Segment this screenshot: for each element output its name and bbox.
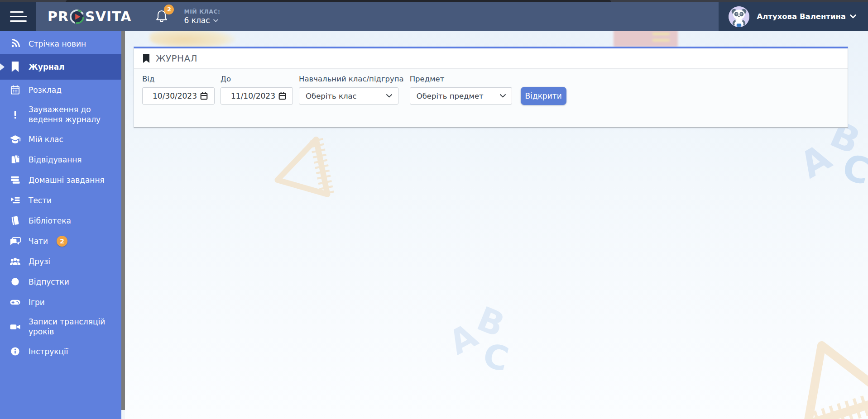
sidebar-item-tests[interactable]: Тести: [0, 190, 121, 210]
sidebar-item-label: Мій клас: [29, 134, 63, 144]
sidebar-item-attendance[interactable]: Відвідування: [0, 149, 121, 170]
calendar-picker-icon[interactable]: [278, 92, 286, 100]
sidebar-scrollbar[interactable]: [121, 31, 125, 419]
circle-icon: [10, 276, 21, 287]
sidebar-item-label: Відвідування: [29, 155, 82, 165]
chevron-down-icon: [386, 94, 392, 98]
user-menu[interactable]: Алтухова Валентина: [719, 2, 868, 31]
friends-icon: [10, 256, 21, 267]
brand-text-prefix: PR: [48, 9, 69, 24]
attendance-icon: [10, 154, 21, 165]
calendar-icon: [10, 84, 21, 95]
decoration-orange-blob: [150, 31, 236, 47]
sidebar-item-instructions[interactable]: Інструкції: [0, 341, 121, 362]
chevron-down-icon: [213, 19, 218, 22]
sidebar-item-label: Інструкції: [29, 347, 68, 357]
sidebar-item-chats[interactable]: Чати 2: [0, 231, 121, 251]
sidebar-item-label: Тести: [29, 195, 52, 205]
sidebar-item-label: Відпустки: [29, 277, 69, 287]
class-selector-label: МІЙ КЛАС:: [184, 8, 220, 15]
date-to-value: 11/10/2023: [231, 91, 275, 100]
chevron-down-icon: [500, 94, 506, 98]
decoration-set-square: [266, 124, 350, 209]
chats-icon: [10, 235, 21, 247]
brand-logo[interactable]: PR SVITA: [48, 9, 131, 24]
date-to-label: До: [221, 75, 293, 83]
sidebar-item-vacations[interactable]: Відпустки: [0, 271, 121, 292]
subject-select-value: Оберіть предмет: [417, 92, 484, 100]
sidebar-item-library[interactable]: Бібліотека: [0, 210, 121, 231]
homework-icon: [10, 174, 21, 186]
top-bar: PR SVITA 2 МІЙ КЛАС: 6 клас: [0, 2, 868, 31]
library-book-icon: [10, 215, 21, 226]
date-to-input[interactable]: 11/10/2023: [221, 87, 293, 105]
sidebar-item-label: Записи трансляцій уроків: [29, 317, 114, 337]
sidebar-item-journal[interactable]: Журнал: [0, 54, 121, 80]
sidebar-item-label: Журнал: [29, 62, 65, 72]
brand-play-icon: [69, 9, 85, 24]
class-field: Навчальний клас/підгрупа Оберіть клас: [299, 75, 404, 105]
open-button[interactable]: Відкрити: [521, 87, 566, 105]
tests-icon: [10, 195, 21, 206]
sidebar-item-games[interactable]: Ігри: [0, 292, 121, 312]
subject-field: Предмет Оберіть предмет: [410, 75, 512, 105]
sidebar-item-label: Домашні завдання: [29, 175, 105, 185]
subject-select[interactable]: Оберіть предмет: [410, 87, 512, 105]
calendar-picker-icon[interactable]: [200, 92, 208, 100]
date-from-field: Від 10/30/2023: [142, 75, 215, 105]
sidebar-item-label: Друзі: [29, 257, 50, 267]
date-from-input[interactable]: 10/30/2023: [142, 87, 215, 105]
decoration-abc-watermark: A B C: [804, 117, 868, 194]
sidebar-item-label: Чати: [29, 236, 48, 246]
avatar: [729, 6, 749, 27]
brand-text-suffix: SVITA: [85, 9, 131, 24]
sidebar-item-news-feed[interactable]: Стрічка новин: [0, 33, 121, 54]
sidebar-item-my-class[interactable]: Мій клас: [0, 129, 121, 149]
panda-avatar-icon: [729, 6, 749, 27]
journal-panel: ЖУРНАЛ Від 10/30/2023 До 11/10/2023: [134, 47, 848, 128]
date-from-value: 10/30/2023: [153, 91, 197, 100]
sidebar-item-label: Розклад: [29, 85, 62, 95]
rss-icon: [10, 38, 21, 49]
sidebar-item-label: Стрічка новин: [29, 39, 86, 49]
class-select-value: Оберіть клас: [306, 92, 357, 100]
notification-badge: 2: [164, 5, 174, 14]
panel-title: ЖУРНАЛ: [156, 53, 197, 64]
sidebar-item-homework[interactable]: Домашні завдання: [0, 170, 121, 190]
info-icon: [10, 346, 21, 357]
notifications-button[interactable]: 2: [155, 9, 168, 25]
date-from-label: Від: [142, 75, 215, 83]
class-label: Навчальний клас/підгрупа: [299, 75, 404, 83]
hamburger-menu-button[interactable]: [0, 2, 36, 31]
bookmark-icon: [10, 61, 21, 72]
bookmark-icon: [143, 54, 150, 63]
exclamation-icon: [10, 109, 21, 120]
subject-label: Предмет: [410, 75, 512, 83]
sidebar-item-label: Ігри: [29, 297, 45, 307]
sidebar-item-label: Бібліотека: [29, 216, 71, 226]
date-to-field: До 11/10/2023: [221, 75, 293, 105]
graduation-cap-icon: [10, 133, 21, 145]
sidebar-nav: Стрічка новин Журнал Розклад Зауваження …: [0, 31, 121, 419]
decoration-set-square: [787, 330, 868, 419]
sidebar-scrollbar-thumb[interactable]: [121, 31, 125, 410]
class-selector-value: 6 клас: [184, 16, 210, 25]
decoration-red-book: [614, 31, 678, 47]
gamepad-icon: [10, 296, 21, 308]
hamburger-icon: [10, 11, 27, 22]
class-select[interactable]: Оберіть клас: [299, 87, 398, 105]
sidebar-item-journal-remarks[interactable]: Зауваження до ведення журналу: [0, 100, 121, 129]
chevron-down-icon: [850, 14, 856, 19]
class-selector[interactable]: МІЙ КЛАС: 6 клас: [184, 8, 220, 25]
chats-badge: 2: [57, 236, 67, 247]
sidebar-item-friends[interactable]: Друзі: [0, 251, 121, 271]
video-camera-icon: [10, 321, 21, 333]
sidebar-item-lesson-recordings[interactable]: Записи трансляцій уроків: [0, 312, 121, 341]
main-content: A B C A B C ЖУРНАЛ Від 10/30/2023: [125, 31, 868, 419]
sidebar-item-label: Зауваження до ведення журналу: [29, 105, 114, 124]
sidebar-item-schedule[interactable]: Розклад: [0, 80, 121, 100]
decoration-abc-watermark: A B C: [450, 302, 527, 379]
user-name: Алтухова Валентина: [757, 12, 846, 21]
